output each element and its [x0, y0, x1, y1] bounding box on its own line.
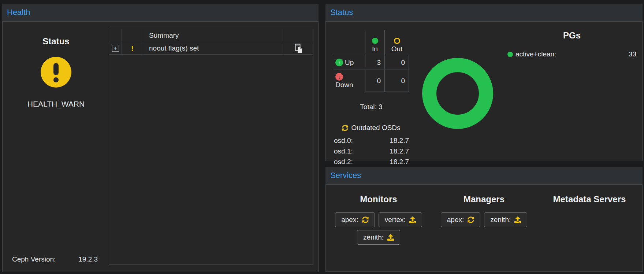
outdated-osd-row: osd.2: 18.2.7	[333, 156, 410, 167]
outdated-osds-heading: Outdated OSDs	[351, 124, 400, 132]
health-summary-table: Summary + ! noout flag(s) set	[109, 29, 313, 265]
health-table-row[interactable]: + ! noout flag(s) set	[109, 42, 313, 55]
osd-version: 18.2.7	[390, 158, 409, 166]
arrow-circle-down-icon: ↓	[335, 73, 343, 81]
monitors-column: Monitors apex: vertex:	[326, 185, 431, 271]
managers-column: Managers apex: zenith:	[431, 185, 537, 271]
out-ring-icon	[394, 38, 400, 44]
ceph-version-label: Ceph Version:	[12, 255, 56, 263]
severity-cell: !	[122, 42, 143, 55]
warning-exclamation-circle-icon	[41, 57, 71, 88]
osd-up-in-value: 3	[365, 55, 385, 70]
manager-zenith-label: zenith:	[490, 216, 511, 224]
osd-in-column-header: In	[365, 30, 385, 55]
services-panel-title: Services	[330, 171, 361, 180]
monitors-buttons: apex: vertex: zenith:	[335, 212, 422, 245]
up-label: Up	[345, 59, 354, 67]
services-panel-body: Monitors apex: vertex:	[325, 184, 643, 272]
osd-down-in-value: 0	[365, 70, 385, 92]
services-panel: Services Monitors apex: vertex:	[325, 167, 643, 272]
pg-donut-chart	[422, 58, 493, 129]
osd-in-out-table: In Out ↑ Up 3 0 ↓ Down 0 0	[333, 30, 410, 92]
services-columns: Monitors apex: vertex:	[326, 185, 642, 271]
refresh-icon	[468, 216, 474, 223]
osd-version: 18.2.7	[390, 147, 409, 155]
health-status-heading: Status	[42, 36, 69, 47]
monitors-heading: Monitors	[360, 194, 397, 204]
out-label: Out	[391, 45, 403, 53]
outdated-osds-heading-row: Outdated OSDs	[333, 122, 410, 133]
status-panel-body: In Out ↑ Up 3 0 ↓ Down 0 0 T	[325, 21, 643, 161]
manager-apex-button[interactable]: apex:	[441, 212, 480, 227]
metadata-servers-heading: Metadata Servers	[553, 194, 626, 204]
monitors-button-row: apex: vertex:	[335, 212, 422, 227]
osd-down-out-value: 0	[385, 70, 409, 92]
pgs-heading: PGs	[507, 30, 636, 41]
status-panel: Status In Out ↑ Up 3 0	[325, 4, 643, 161]
pg-legend-row: active+clean: 33	[507, 50, 636, 58]
in-dot-icon	[372, 38, 378, 44]
managers-button-row: apex: zenith:	[441, 212, 527, 227]
pg-state-label: active+clean:	[515, 50, 556, 58]
osd-table-corner-cell	[333, 30, 365, 55]
severity-column-header	[122, 29, 143, 42]
outdated-osds-section: Outdated OSDs osd.0: 18.2.7 osd.1: 18.2.…	[333, 122, 410, 167]
monitor-zenith-button[interactable]: zenith:	[357, 230, 400, 245]
monitor-zenith-label: zenith:	[363, 233, 384, 241]
osd-name: osd.0:	[334, 137, 353, 145]
monitor-vertex-label: vertex:	[385, 216, 406, 224]
status-panel-header: Status	[325, 4, 643, 21]
osd-out-column-header: Out	[385, 30, 409, 55]
outdated-osds-list: osd.0: 18.2.7 osd.1: 18.2.7 osd.2: 18.2.…	[333, 135, 410, 167]
refresh-icon	[362, 216, 369, 223]
action-column-header	[284, 29, 313, 42]
summary-cell: noout flag(s) set	[143, 42, 284, 55]
health-panel-header: Health	[2, 4, 319, 21]
osd-version: 18.2.7	[390, 137, 409, 145]
upload-icon	[409, 216, 416, 223]
osd-name: osd.2:	[334, 158, 353, 166]
pgs-section: PGs active+clean: 33	[507, 30, 636, 58]
monitors-button-row: zenith:	[357, 230, 400, 245]
expand-column-header	[109, 29, 122, 42]
monitor-vertex-button[interactable]: vertex:	[379, 212, 422, 227]
monitor-apex-label: apex:	[341, 216, 358, 224]
status-panel-title: Status	[330, 8, 353, 17]
health-status-value: HEALTH_WARN	[27, 99, 85, 108]
ceph-version-row: Ceph Version: 19.2.3	[12, 255, 98, 263]
ceph-dashboard: Health Status HEALTH_WARN Ceph Version: …	[0, 0, 644, 274]
health-panel-body: Status HEALTH_WARN Ceph Version: 19.2.3 …	[2, 21, 319, 272]
osd-down-row-label: ↓ Down	[333, 70, 365, 92]
outdated-osd-row: osd.0: 18.2.7	[333, 135, 410, 146]
expand-cell: +	[109, 42, 122, 55]
health-status-column: Status HEALTH_WARN Ceph Version: 19.2.3	[3, 22, 109, 271]
health-table-header-row: Summary	[109, 29, 313, 42]
services-panel-header: Services	[325, 167, 643, 184]
warning-exclamation-icon: !	[131, 44, 134, 53]
osd-total: Total: 3	[333, 103, 410, 111]
arrow-circle-up-icon: ↑	[335, 59, 343, 66]
osd-up-row-label: ↑ Up	[333, 55, 365, 70]
managers-heading: Managers	[464, 194, 505, 204]
exclamation-bar	[53, 63, 59, 75]
expand-row-button[interactable]: +	[112, 45, 119, 52]
manager-zenith-button[interactable]: zenith:	[484, 212, 527, 227]
summary-column-header[interactable]: Summary	[143, 29, 284, 42]
osd-name: osd.1:	[334, 147, 353, 155]
copy-button[interactable]	[294, 44, 303, 53]
down-label: Down	[335, 81, 353, 89]
monitor-apex-button[interactable]: apex:	[335, 212, 375, 227]
managers-buttons: apex: zenith:	[441, 212, 527, 227]
ceph-version-value: 19.2.3	[78, 255, 98, 263]
manager-apex-label: apex:	[447, 216, 464, 224]
upload-icon	[514, 216, 521, 223]
pg-state-value: 33	[629, 50, 636, 58]
refresh-icon	[342, 125, 348, 131]
copy-icon	[294, 44, 303, 53]
in-label: In	[372, 45, 378, 53]
osd-up-out-value: 0	[385, 55, 409, 70]
active-clean-dot-icon	[507, 52, 513, 57]
upload-icon	[387, 234, 394, 241]
health-panel: Health Status HEALTH_WARN Ceph Version: …	[2, 4, 319, 272]
outdated-osd-row: osd.1: 18.2.7	[333, 146, 410, 156]
